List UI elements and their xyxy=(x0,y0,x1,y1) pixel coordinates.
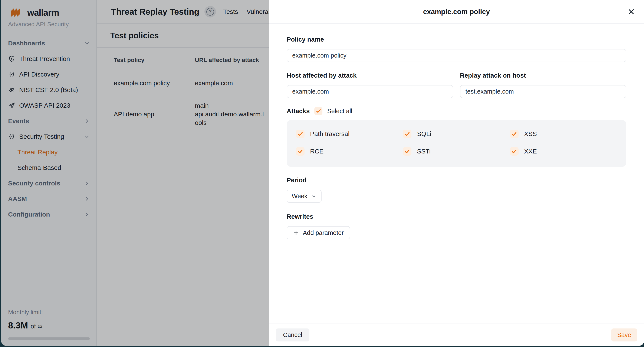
plus-icon xyxy=(293,230,299,236)
period-value: Week xyxy=(292,193,308,200)
policy-modal: example.com policy Policy name Host affe… xyxy=(269,0,644,346)
period-label: Period xyxy=(287,176,626,184)
attack-label: RCE xyxy=(310,148,324,155)
attack-label: XXE xyxy=(524,148,537,155)
check-icon xyxy=(511,148,517,155)
policy-name-field: Policy name xyxy=(287,36,626,62)
attack-checkbox-path-traversal[interactable] xyxy=(296,130,304,138)
app-window: wallarm Advanced API Security Dashboards… xyxy=(1,0,644,346)
host-affected-label: Host affected by attack xyxy=(287,72,453,79)
attacks-panel: Path traversalSQLiXSSRCESSTiXXE xyxy=(287,120,626,167)
attack-option-ssti[interactable]: SSTi xyxy=(403,147,510,156)
rewrites-label: Rewrites xyxy=(287,213,626,220)
check-icon xyxy=(316,108,321,114)
attack-label: Path traversal xyxy=(310,130,350,138)
attack-option-sqli[interactable]: SQLi xyxy=(403,130,510,138)
close-icon xyxy=(628,8,635,15)
policy-name-input[interactable] xyxy=(287,49,626,62)
attacks-header: Attacks Select all xyxy=(287,107,626,115)
check-icon xyxy=(404,131,410,137)
check-icon xyxy=(297,131,304,137)
attack-option-path-traversal[interactable]: Path traversal xyxy=(296,130,403,138)
save-button[interactable]: Save xyxy=(611,328,637,341)
attack-checkbox-sqli[interactable] xyxy=(403,130,412,138)
select-all-label: Select all xyxy=(327,108,352,115)
select-all-checkbox[interactable] xyxy=(314,107,322,115)
attacks-label: Attacks xyxy=(287,107,310,115)
check-icon xyxy=(511,131,517,137)
host-affected-field: Host affected by attack xyxy=(287,72,453,98)
replay-host-label: Replay attack on host xyxy=(460,72,626,79)
replay-host-input[interactable] xyxy=(460,85,626,98)
attack-option-xss[interactable]: XSS xyxy=(510,130,617,138)
close-button[interactable] xyxy=(626,7,636,17)
modal-header: example.com policy xyxy=(269,0,644,24)
check-icon xyxy=(297,148,304,155)
chevron-down-icon xyxy=(311,194,316,199)
host-affected-input[interactable] xyxy=(287,85,453,98)
attack-checkbox-rce[interactable] xyxy=(296,147,304,156)
attack-checkbox-ssti[interactable] xyxy=(403,147,412,156)
attack-option-xxe[interactable]: XXE xyxy=(510,147,617,156)
attack-checkbox-xxe[interactable] xyxy=(510,147,518,156)
replay-host-field: Replay attack on host xyxy=(460,72,626,98)
attack-checkbox-xss[interactable] xyxy=(510,130,518,138)
add-parameter-label: Add parameter xyxy=(303,229,344,236)
attack-label: SSTi xyxy=(417,148,430,155)
hosts-row: Host affected by attack Replay attack on… xyxy=(287,72,626,98)
check-icon xyxy=(404,148,410,155)
modal-footer: Cancel Save xyxy=(269,323,644,346)
attack-label: SQLi xyxy=(417,130,431,138)
modal-body: Policy name Host affected by attack Repl… xyxy=(269,24,644,323)
policy-name-label: Policy name xyxy=(287,36,626,43)
cancel-button[interactable]: Cancel xyxy=(276,328,310,341)
attack-option-rce[interactable]: RCE xyxy=(296,147,403,156)
add-parameter-button[interactable]: Add parameter xyxy=(287,226,350,239)
period-select[interactable]: Week xyxy=(287,190,322,203)
modal-title: example.com policy xyxy=(423,8,490,16)
attack-label: XSS xyxy=(524,130,537,138)
